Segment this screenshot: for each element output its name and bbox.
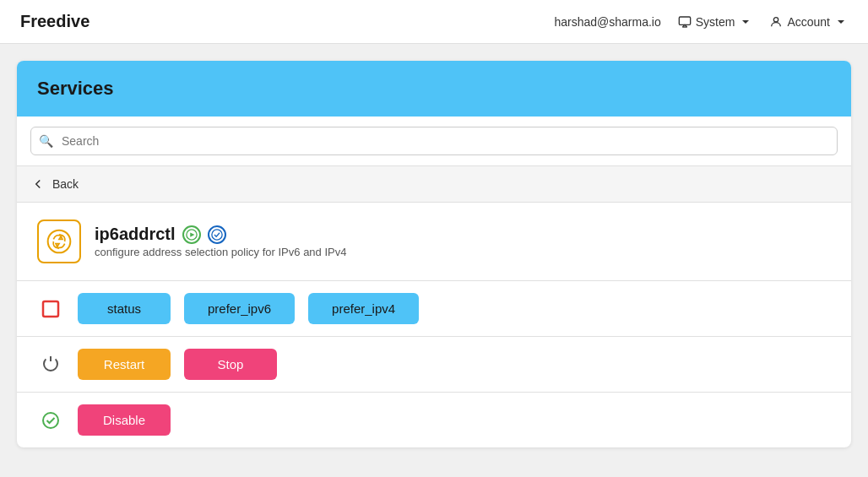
action-row-status: status prefer_ipv6 prefer_ipv4	[17, 281, 851, 337]
account-chevron-icon	[834, 15, 848, 29]
svg-point-6	[211, 229, 221, 239]
service-name-heading: ip6addrctl	[95, 225, 346, 244]
user-email: harshad@sharma.io	[554, 15, 660, 29]
service-info-row: ip6addrctl configure addres	[17, 203, 851, 281]
svg-point-3	[48, 230, 71, 253]
power-icon	[37, 351, 64, 378]
restart-button[interactable]: Restart	[78, 349, 171, 380]
check-circle-icon	[37, 407, 64, 434]
svg-point-2	[774, 17, 778, 21]
svg-rect-7	[43, 301, 58, 317]
services-header: Services	[17, 61, 851, 117]
search-icon: 🔍	[39, 134, 53, 148]
back-label: Back	[52, 177, 79, 191]
disable-button[interactable]: Disable	[78, 404, 171, 436]
status-button[interactable]: status	[78, 293, 171, 324]
enabled-status-icon	[208, 225, 226, 244]
action-row-disable: Disable	[17, 393, 851, 447]
app-header: Freedive harshad@sharma.io System Accoun…	[0, 0, 868, 44]
account-menu-button[interactable]: Account	[769, 15, 848, 29]
account-label: Account	[787, 15, 830, 29]
square-icon	[37, 295, 64, 323]
account-icon	[769, 15, 783, 29]
prefer-ipv4-button[interactable]: prefer_ipv4	[308, 293, 419, 324]
back-button[interactable]: Back	[17, 166, 851, 203]
system-label: System	[696, 15, 735, 29]
system-menu-button[interactable]: System	[678, 15, 753, 29]
service-icon	[46, 228, 73, 255]
stop-button[interactable]: Stop	[184, 349, 277, 380]
service-name-text: ip6addrctl	[95, 225, 176, 244]
services-title: Services	[37, 78, 831, 100]
search-wrapper: 🔍	[30, 127, 838, 155]
svg-point-8	[43, 413, 58, 428]
service-meta: ip6addrctl configure addres	[95, 225, 346, 258]
search-bar-container: 🔍	[17, 117, 851, 166]
running-status-icon	[182, 225, 201, 244]
action-row-restart: Restart Stop	[17, 337, 851, 393]
service-description: configure address selection policy for I…	[95, 246, 346, 258]
app-title: Freedive	[20, 12, 90, 31]
search-input[interactable]	[30, 127, 838, 155]
system-chevron-icon	[739, 15, 752, 29]
prefer-ipv6-button[interactable]: prefer_ipv6	[184, 293, 295, 324]
svg-marker-5	[190, 232, 194, 236]
main-content: Services 🔍 Back	[0, 44, 868, 464]
system-icon	[678, 15, 692, 29]
service-icon-wrap	[37, 220, 81, 263]
back-arrow-icon	[30, 176, 46, 192]
header-right: harshad@sharma.io System Account	[554, 15, 848, 29]
services-card: Services 🔍 Back	[17, 61, 851, 447]
svg-rect-0	[679, 17, 690, 24]
